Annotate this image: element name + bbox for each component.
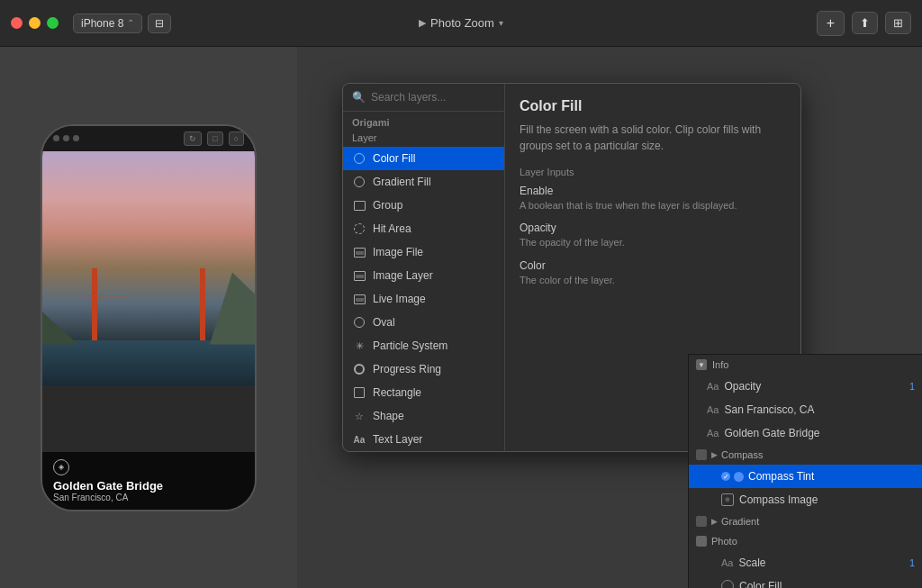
right-panel: 🔍 Origami Layer Color Fill Gradient F [297, 47, 922, 588]
picker-item-group[interactable]: Group [343, 194, 504, 217]
device-ctrl-camera[interactable]: □ [207, 131, 222, 146]
layer-sanfran-row[interactable]: Aa San Francisco, CA [689, 398, 922, 421]
picker-item-particle[interactable]: ✳ Particle System [343, 334, 504, 357]
status-dot-1 [53, 135, 59, 141]
picker-item-color-fill[interactable]: Color Fill [343, 147, 504, 170]
main-area: ↻ □ ○ [0, 47, 922, 588]
picker-item-live-image[interactable]: Live Image [343, 287, 504, 311]
water [42, 340, 255, 385]
color-fill-row-icon [721, 580, 734, 588]
title-center: ▶ Photo Zoom ▾ [419, 16, 503, 30]
shape-icon: ☆ [352, 409, 366, 423]
location-sub: San Francisco, CA [53, 493, 244, 502]
layer-scale-row[interactable]: Aa Scale 1 [689, 551, 922, 574]
scale-value: 1 [909, 557, 915, 568]
traffic-lights [11, 17, 59, 29]
input-label-enable: Enable [520, 185, 786, 197]
live-image-icon [352, 292, 366, 306]
picker-detail-title: Color Fill [520, 98, 786, 114]
device-info-bar: ◈ Golden Gate Bridge San Francisco, CA [42, 452, 255, 510]
layer-compass-tint[interactable]: ✓ Compass Tint [689, 465, 922, 488]
layer-photo-section[interactable]: Photo [689, 531, 922, 551]
particle-icon: ✳ [352, 339, 366, 353]
minimize-button[interactable] [29, 17, 41, 29]
aa-icon-gg: Aa [707, 428, 719, 439]
picker-item-hit-area[interactable]: Hit Area [343, 217, 504, 240]
layer-compass-section[interactable]: ▶ Compass [689, 445, 922, 465]
device-controls: ↻ □ ○ [184, 131, 244, 146]
share-button[interactable]: ⬆ [852, 12, 878, 34]
picker-inputs-label: Layer Inputs [520, 167, 786, 177]
device-ctrl-refresh[interactable]: ↻ [184, 131, 202, 146]
device-status-bar: ↻ □ ○ [42, 126, 255, 151]
layer-compass-image[interactable]: ⊕ Compass Image [689, 488, 922, 511]
photo-section-icon [696, 536, 707, 547]
input-desc-enable: A boolean that is true when the layer is… [520, 199, 786, 213]
mirror-button[interactable]: ⊟ [148, 14, 171, 33]
layer-gradient-section[interactable]: ▶ Gradient [689, 511, 922, 531]
search-icon: 🔍 [352, 91, 366, 104]
picker-item-rectangle[interactable]: Rectangle [343, 381, 504, 404]
picker-item-label-progress-ring: Progress Ring [373, 363, 441, 375]
picker-item-image-layer[interactable]: Image Layer [343, 264, 504, 287]
section-label: Origami [343, 112, 504, 131]
hit-area-icon [352, 222, 366, 236]
picker-list: 🔍 Origami Layer Color Fill Gradient F [343, 84, 505, 451]
gradient-expand-icon: ▶ [711, 517, 718, 526]
device-panel: ↻ □ ○ [0, 47, 297, 588]
sanfran-label: San Francisco, CA [724, 403, 814, 416]
picker-input-opacity: Opacity The opacity of the layer. [520, 222, 786, 249]
app-title: Photo Zoom [430, 16, 494, 30]
device-selector-chevron: ⌃ [127, 18, 134, 28]
group-icon [352, 198, 366, 213]
gradient-label: Gradient [721, 516, 759, 527]
title-chevron: ▾ [499, 18, 503, 28]
device-selector[interactable]: iPhone 8 ⌃ [73, 14, 142, 33]
bridge-image [42, 151, 255, 385]
input-desc-color: The color of the layer. [520, 274, 786, 287]
picker-item-text-layer[interactable]: Aa Text Layer [343, 428, 504, 451]
picker-input-enable: Enable A boolean that is true when the l… [520, 185, 786, 213]
device-ctrl-settings[interactable]: ○ [229, 131, 244, 146]
add-button[interactable]: + [817, 11, 845, 36]
device-frame: ↻ □ ○ [41, 124, 257, 511]
picker-item-label-gradient-fill: Gradient Fill [373, 176, 431, 188]
compass-image-icon: ⊕ [721, 493, 734, 506]
layer-opacity-row[interactable]: Aa Opacity 1 [689, 375, 922, 398]
status-dot-2 [63, 135, 69, 141]
view-button[interactable]: ⊞ [885, 12, 911, 34]
text-layer-icon: Aa [352, 432, 366, 447]
picker-item-progress-ring[interactable]: Progress Ring [343, 357, 504, 381]
picker-item-label-oval: Oval [373, 316, 395, 329]
opacity-value: 1 [909, 381, 915, 392]
search-input[interactable] [371, 91, 506, 104]
picker-item-label-shape: Shape [373, 410, 404, 422]
opacity-label: Opacity [724, 380, 761, 393]
device-screen: ◈ Golden Gate Bridge San Francisco, CA [42, 151, 255, 510]
title-bar: iPhone 8 ⌃ ⊟ ▶ Photo Zoom ▾ + ⬆ ⊞ [0, 0, 922, 47]
layer-color-fill-row[interactable]: Color Fill [689, 574, 922, 588]
image-layer-icon [352, 268, 366, 283]
scale-label: Scale [738, 556, 765, 569]
picker-item-oval[interactable]: Oval [343, 311, 504, 334]
picker-item-image-file[interactable]: Image File [343, 240, 504, 264]
compass-icon: ◈ [53, 459, 69, 475]
close-button[interactable] [11, 17, 23, 29]
compass-tint-color-icon [734, 472, 744, 482]
app-icon: ▶ [419, 17, 426, 29]
maximize-button[interactable] [47, 17, 59, 29]
layer-goldengate-row[interactable]: Aa Golden Gate Bridge [689, 421, 922, 445]
compass-section-icon [696, 449, 707, 460]
location-name: Golden Gate Bridge [53, 479, 244, 493]
progress-ring-icon [352, 362, 366, 376]
picker-item-label-live-image: Live Image [373, 293, 426, 305]
picker-item-label-image-file: Image File [373, 246, 423, 258]
photo-label: Photo [711, 536, 737, 547]
compass-tint-check-icon: ✓ [721, 472, 730, 481]
picker-item-shape[interactable]: ☆ Shape [343, 404, 504, 428]
picker-item-label-hit-area: Hit Area [373, 222, 411, 235]
layer-info-section: ▼ Info [689, 355, 922, 375]
picker-item-gradient-fill[interactable]: Gradient Fill [343, 170, 504, 194]
color-fill-row-label: Color Fill [739, 580, 782, 588]
gradient-section-icon [696, 516, 707, 527]
